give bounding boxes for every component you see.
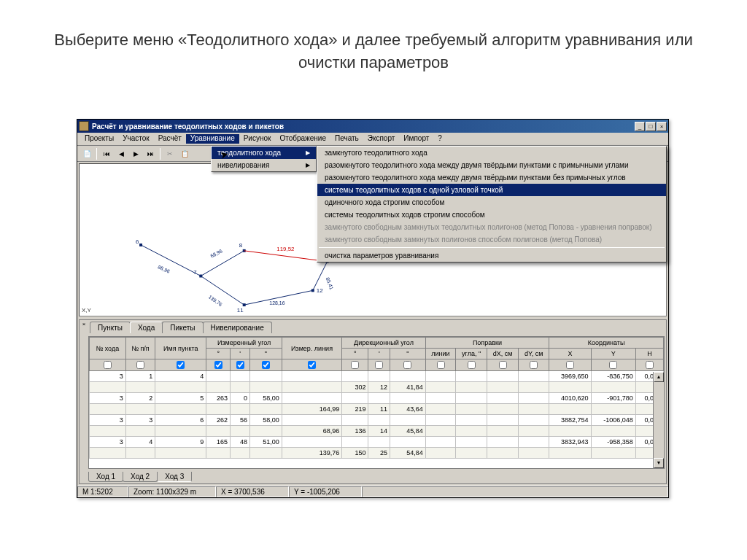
cell[interactable] (425, 415, 456, 426)
cell[interactable] (456, 415, 487, 426)
cell[interactable]: 0 (231, 393, 250, 404)
cell[interactable]: 6 (155, 415, 206, 426)
cell[interactable]: 12 (368, 382, 390, 393)
cell[interactable]: 3882,754 (549, 415, 591, 426)
cell[interactable] (456, 426, 487, 437)
cell[interactable]: 45,84 (390, 426, 426, 437)
chk-ddeg[interactable] (351, 361, 359, 369)
cell[interactable]: 9 (155, 437, 206, 448)
panel-close-icon[interactable]: × (80, 321, 88, 328)
chk-dmin[interactable] (375, 361, 383, 369)
tab-hod-2[interactable]: Ход 2 (123, 472, 158, 482)
chk-pp[interactable] (136, 361, 144, 369)
cell[interactable]: 14 (368, 426, 390, 437)
cell[interactable] (425, 393, 456, 404)
cell[interactable]: 165 (206, 437, 231, 448)
tab-hod-1[interactable]: Ход 1 (88, 472, 123, 482)
cell[interactable] (390, 393, 426, 404)
menu-export[interactable]: Экспорт (363, 134, 400, 144)
cell[interactable] (425, 437, 456, 448)
cell[interactable] (155, 382, 206, 393)
chk-line[interactable] (308, 361, 316, 369)
col-sec[interactable]: " (249, 349, 282, 359)
cell[interactable] (456, 371, 487, 382)
cell[interactable] (487, 382, 518, 393)
col-dy[interactable]: dY, см (519, 349, 549, 359)
cell[interactable] (231, 382, 250, 393)
cell[interactable] (90, 382, 126, 393)
cell[interactable] (206, 426, 231, 437)
col-h[interactable]: H (635, 349, 663, 359)
cell[interactable] (487, 437, 518, 448)
cell[interactable] (125, 404, 155, 415)
cell[interactable] (368, 393, 390, 404)
cell[interactable]: -958,358 (591, 437, 635, 448)
cell[interactable] (342, 437, 368, 448)
cell[interactable] (155, 426, 206, 437)
cell[interactable]: 164,99 (282, 404, 341, 415)
cell[interactable] (249, 426, 282, 437)
cell[interactable]: -901,780 (591, 393, 635, 404)
cell[interactable] (591, 426, 635, 437)
col-dmin[interactable]: ' (368, 349, 390, 359)
cell[interactable]: 136 (342, 426, 368, 437)
cell[interactable]: 302 (342, 382, 368, 393)
cell[interactable] (549, 448, 591, 459)
cell[interactable] (368, 437, 390, 448)
col-dsec[interactable]: " (390, 349, 426, 359)
opt-clear-params[interactable]: очистка параметров уравнивания (317, 249, 666, 262)
cell[interactable]: 4 (155, 371, 206, 382)
tab-hod-3[interactable]: Ход 3 (157, 472, 192, 482)
col-measured-angle[interactable]: Измеренный угол (206, 338, 282, 349)
cell[interactable] (125, 382, 155, 393)
chk-pline[interactable] (437, 361, 445, 369)
chk-h[interactable] (646, 361, 654, 369)
cell[interactable] (206, 448, 231, 459)
cell[interactable] (456, 404, 487, 415)
menu-calc[interactable]: Расчёт (154, 134, 186, 144)
toolbar-copy-icon[interactable]: 📋 (178, 147, 191, 160)
cell[interactable] (90, 404, 126, 415)
cell[interactable] (425, 448, 456, 459)
chk-sec[interactable] (262, 361, 270, 369)
cell[interactable] (90, 448, 126, 459)
cell[interactable] (519, 448, 549, 459)
cell[interactable]: 4010,620 (549, 393, 591, 404)
cell[interactable]: 1 (125, 371, 155, 382)
table-row[interactable]: 325263058,004010,620-901,7800,000 (90, 393, 664, 404)
cell[interactable] (155, 404, 206, 415)
chk-y[interactable] (609, 361, 617, 369)
cell[interactable]: 3 (90, 415, 126, 426)
cell[interactable] (519, 426, 549, 437)
cell[interactable] (519, 415, 549, 426)
vertical-scrollbar[interactable]: ▲ ▼ (653, 372, 664, 468)
cell[interactable]: 54,84 (390, 448, 426, 459)
cell[interactable]: 263 (206, 393, 231, 404)
scroll-up-icon[interactable]: ▲ (654, 372, 664, 382)
cell[interactable]: 58,00 (249, 393, 282, 404)
cell[interactable]: 51,00 (249, 437, 282, 448)
cell[interactable]: 5 (155, 393, 206, 404)
cell[interactable] (282, 382, 341, 393)
table-row[interactable]: 3143969,650-836,7500,000 (90, 371, 664, 382)
chk-min[interactable] (236, 361, 244, 369)
cell[interactable] (519, 382, 549, 393)
cell[interactable] (591, 448, 635, 459)
cell[interactable] (425, 382, 456, 393)
toolbar-cut-icon[interactable]: ✂ (163, 147, 177, 160)
cell[interactable] (282, 415, 341, 426)
cell[interactable]: 3 (90, 393, 126, 404)
cell[interactable]: 43,64 (390, 404, 426, 415)
menu-help[interactable]: ? (433, 134, 446, 144)
cell[interactable]: 3832,943 (549, 437, 591, 448)
cell[interactable] (368, 415, 390, 426)
minimize-button[interactable]: _ (635, 122, 645, 131)
chk-x[interactable] (566, 361, 574, 369)
cell[interactable] (549, 404, 591, 415)
cell[interactable] (282, 393, 341, 404)
cell[interactable] (519, 437, 549, 448)
table-row[interactable]: 3021241,84 (90, 382, 664, 393)
chk-deg[interactable] (214, 361, 222, 369)
cell[interactable] (549, 426, 591, 437)
cell[interactable] (456, 448, 487, 459)
